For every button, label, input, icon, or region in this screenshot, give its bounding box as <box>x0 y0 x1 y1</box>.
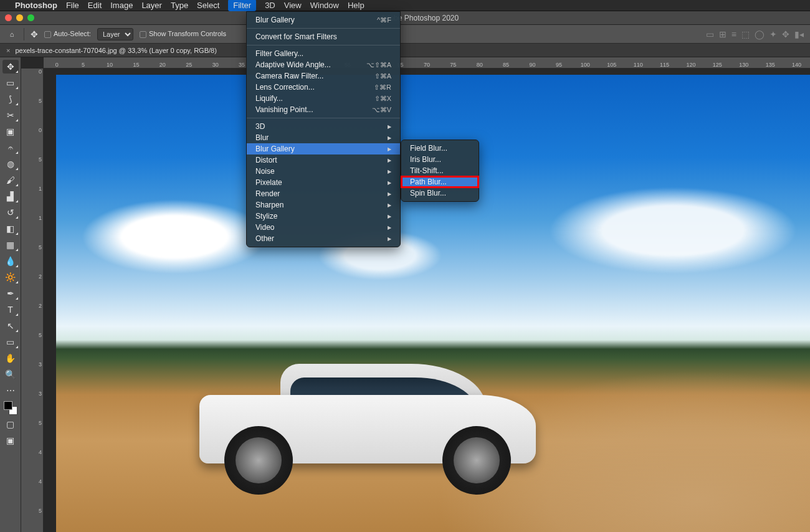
blur-gallery-path-blur[interactable]: Path Blur... <box>401 176 479 188</box>
menu-item-label: Sharpen <box>255 201 284 209</box>
zoom-tool[interactable]: 🔍 <box>2 368 19 381</box>
auto-select-target[interactable]: Layer <box>97 28 133 40</box>
clone-stamp-tool[interactable]: ▟ <box>2 189 19 203</box>
menu-item-label: Convert for Smart Filters <box>255 32 337 41</box>
menu-item-label: Noise <box>255 167 275 176</box>
filter-submenu-blur-gallery[interactable]: Blur Gallery <box>247 143 400 154</box>
filter-convert-smart[interactable]: Convert for Smart Filters <box>247 31 400 42</box>
brush-tool[interactable]: 🖌 <box>2 173 19 187</box>
3d-mode-icon[interactable]: ◯ <box>755 29 765 39</box>
filter-submenu-distort[interactable]: Distort <box>247 154 400 166</box>
crop-tool[interactable]: ✂ <box>2 108 19 122</box>
menu-item-shortcut: ⌥⇧⌘A <box>366 61 391 69</box>
path-selection-tool[interactable]: ↖ <box>2 319 19 333</box>
blur-gallery-iris-blur[interactable]: Iris Blur... <box>401 154 479 165</box>
menu-item-label: Lens Correction... <box>255 83 315 92</box>
menu-file[interactable]: File <box>66 1 79 10</box>
align-icons-group: ▭ ⊞ ≡ ⬚ ◯ ✦ ✥ ▮◂ <box>706 29 804 39</box>
filter-submenu-video[interactable]: Video <box>247 222 400 233</box>
menu-item-label: Blur <box>255 133 269 142</box>
filter-submenu-sharpen[interactable]: Sharpen <box>247 199 400 211</box>
menu-filter[interactable]: Filter <box>228 0 256 11</box>
move-tool[interactable]: ✥ <box>2 60 19 74</box>
filter-item[interactable]: Camera Raw Filter...⇧⌘A <box>247 70 400 82</box>
show-transform-label: Show Transform Controls <box>149 30 226 37</box>
traffic-lights <box>5 14 34 21</box>
auto-select-label: Auto-Select: <box>54 30 91 37</box>
dodge-tool[interactable]: 🔆 <box>2 270 19 284</box>
show-transform-group[interactable]: Show Transform Controls <box>140 30 226 38</box>
edit-toolbar[interactable]: ⋯ <box>2 384 19 397</box>
filter-submenu-noise[interactable]: Noise <box>247 166 400 177</box>
menu-image[interactable]: Image <box>110 1 133 10</box>
canvas-area: 0510152025303540455055606570758085909510… <box>21 57 810 532</box>
filter-submenu-render[interactable]: Render <box>247 188 400 199</box>
menu-layer[interactable]: Layer <box>141 1 162 10</box>
menu-type[interactable]: Type <box>171 1 188 10</box>
blur-gallery-submenu: Field Blur...Iris Blur...Tilt-Shift...Pa… <box>401 140 479 202</box>
type-tool[interactable]: T <box>2 303 19 316</box>
maximize-button[interactable] <box>27 14 34 21</box>
menu-item-label: Other <box>255 234 274 243</box>
hand-tool[interactable]: ✋ <box>2 351 19 365</box>
shape-tool[interactable]: ▭ <box>2 335 19 349</box>
menu-window[interactable]: Window <box>310 1 339 10</box>
3d-mode-icon[interactable]: ✥ <box>782 29 789 39</box>
marquee-tool[interactable]: ▭ <box>2 76 19 90</box>
menu-select[interactable]: Select <box>197 1 219 10</box>
frame-tool[interactable]: ▣ <box>2 125 19 138</box>
quick-mask-toggle[interactable]: ▢ <box>2 417 19 431</box>
menu-item-label: 3D <box>255 122 265 131</box>
3d-mode-icon[interactable]: ✦ <box>770 29 777 39</box>
menu-view[interactable]: View <box>284 1 302 10</box>
close-tab-icon[interactable]: × <box>6 47 10 54</box>
lasso-tool[interactable]: ⟆ <box>2 92 19 106</box>
menu-3d[interactable]: 3D <box>265 1 275 10</box>
blur-tool[interactable]: 💧 <box>2 254 19 268</box>
workspace: ✥ ▭ ⟆ ✂ ▣ 𝄐 ◍ 🖌 ▟ ↺ ◧ ▦ 💧 🔆 ✒ T ↖ ▭ ✋ 🔍 … <box>0 57 810 532</box>
screen-mode-toggle[interactable]: ▣ <box>2 434 19 447</box>
blur-gallery-spin-blur[interactable]: Spin Blur... <box>401 188 479 199</box>
filter-last[interactable]: Blur Gallery ^⌘F <box>247 14 400 26</box>
3d-mode-icon[interactable]: ▮◂ <box>794 29 804 39</box>
filter-submenu-blur[interactable]: Blur <box>247 132 400 143</box>
menu-help[interactable]: Help <box>348 1 364 10</box>
menu-item-label: Video <box>255 223 274 232</box>
color-swatch[interactable] <box>4 401 17 415</box>
filter-submenu-pixelate[interactable]: Pixelate <box>247 177 400 188</box>
window-title: Adobe Photoshop 2020 <box>34 14 805 22</box>
close-button[interactable] <box>5 14 12 21</box>
filter-item[interactable]: Lens Correction...⇧⌘R <box>247 82 400 93</box>
home-icon[interactable]: ⌂ <box>6 29 17 40</box>
document-tab[interactable]: × pexels-trace-constant-707046.jpg @ 33,… <box>0 44 810 57</box>
3d-mode-icon[interactable]: ⬚ <box>741 29 750 39</box>
filter-item[interactable]: Liquify...⇧⌘X <box>247 93 400 104</box>
filter-item[interactable]: Filter Gallery... <box>247 48 400 59</box>
canvas-image-content <box>548 187 798 274</box>
auto-select-group[interactable]: Auto-Select: <box>44 30 91 38</box>
history-brush-tool[interactable]: ↺ <box>2 206 19 219</box>
minimize-button[interactable] <box>16 14 23 21</box>
menubar-app[interactable]: Photoshop <box>15 1 57 10</box>
eyedropper-tool[interactable]: 𝄐 <box>2 141 19 154</box>
eraser-tool[interactable]: ◧ <box>2 222 19 235</box>
healing-brush-tool[interactable]: ◍ <box>2 157 19 171</box>
align-icon[interactable]: ⊞ <box>719 29 727 39</box>
blur-gallery-tilt-shift[interactable]: Tilt-Shift... <box>401 165 479 176</box>
filter-submenu-3d[interactable]: 3D <box>247 121 400 132</box>
filter-submenu-other[interactable]: Other <box>247 233 400 244</box>
filter-submenu-stylize[interactable]: Stylize <box>247 211 400 222</box>
blur-gallery-field-blur[interactable]: Field Blur... <box>401 143 479 154</box>
align-icon[interactable]: ▭ <box>706 29 714 39</box>
menu-item-label: Spin Blur... <box>410 189 446 197</box>
filter-item[interactable]: Adaptive Wide Angle...⌥⇧⌘A <box>247 59 400 70</box>
gradient-tool[interactable]: ▦ <box>2 238 19 252</box>
menu-item-label: Distort <box>255 156 277 164</box>
filter-item[interactable]: Vanishing Point...⌥⌘V <box>247 104 400 115</box>
menu-item-label: Blur Gallery <box>255 145 295 153</box>
menu-item-shortcut: ⌥⌘V <box>372 106 391 114</box>
menu-edit[interactable]: Edit <box>88 1 102 10</box>
pen-tool[interactable]: ✒ <box>2 287 19 300</box>
menu-item-label: Stylize <box>255 212 277 221</box>
align-icon[interactable]: ≡ <box>731 29 736 39</box>
